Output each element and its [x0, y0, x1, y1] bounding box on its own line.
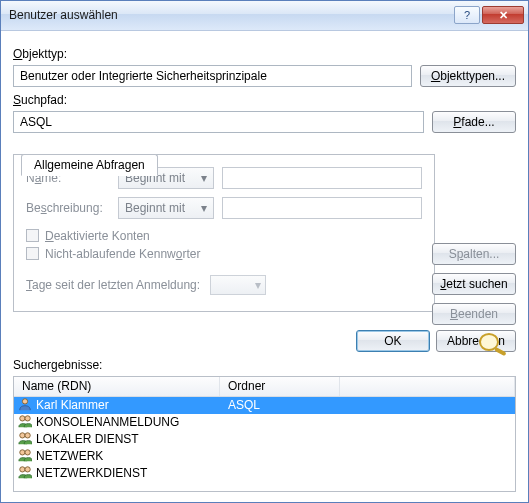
group-icon [18, 414, 32, 431]
paths-button[interactable]: Pfade... [432, 111, 516, 133]
row-folder: ASQL [220, 398, 340, 412]
svg-point-6 [25, 432, 30, 437]
help-button[interactable]: ? [454, 6, 480, 24]
svg-point-2 [22, 398, 27, 403]
col-spacer [340, 377, 515, 396]
search-now-button[interactable]: Jetzt suchen [432, 273, 516, 295]
row-name: NETZWERKDIENST [36, 466, 147, 480]
nonexpiring-checkbox[interactable] [26, 247, 39, 260]
svg-point-3 [20, 415, 25, 420]
svg-rect-1 [494, 347, 506, 356]
objecttypes-button[interactable]: Objekttypen... [420, 65, 516, 87]
days-since-combo[interactable]: ▾ [210, 275, 266, 295]
nonexpiring-checkbox-row[interactable]: Nicht-ablaufende Kennworter [26, 247, 422, 261]
results-label: Suchergebnisse: [1, 358, 528, 376]
name-input[interactable] [222, 167, 422, 189]
results-table: Name (RDN) Ordner Karl KlammerASQLKONSOL… [13, 376, 516, 492]
results-body[interactable]: Karl KlammerASQLKONSOLENANMELDUNGLOKALER… [14, 397, 515, 491]
table-row[interactable]: KONSOLENANMELDUNG [14, 414, 515, 431]
description-mode-combo[interactable]: Beginnt mit▾ [118, 197, 214, 219]
group-icon [18, 431, 32, 448]
user-icon [18, 397, 32, 414]
group-icon [18, 465, 32, 482]
svg-point-9 [20, 466, 25, 471]
svg-point-0 [480, 334, 498, 350]
row-name: LOKALER DIENST [36, 432, 139, 446]
svg-point-4 [25, 415, 30, 420]
objecttype-label: Objekttyp: [13, 47, 516, 61]
ok-button[interactable]: OK [356, 330, 430, 352]
columns-button[interactable]: Spalten... [432, 243, 516, 265]
searchpath-field: ASQL [13, 111, 424, 133]
objecttype-field: Benutzer oder Integrierte Sicherheitspri… [13, 65, 412, 87]
deactivated-checkbox[interactable] [26, 229, 39, 242]
row-name: NETZWERK [36, 449, 103, 463]
svg-point-10 [25, 466, 30, 471]
searchpath-label: Suchpfad: [13, 93, 516, 107]
results-header: Name (RDN) Ordner [14, 377, 515, 397]
group-icon [18, 448, 32, 465]
search-decorative-icon [476, 331, 510, 357]
title-bar: Benutzer auswählen ? ✕ [1, 1, 528, 31]
nonexpiring-label: Nicht-ablaufende Kennworter [45, 247, 200, 261]
row-name: Karl Klammer [36, 398, 109, 412]
description-input[interactable] [222, 197, 422, 219]
tab-general-queries[interactable]: Allgemeine Abfragen [21, 154, 158, 176]
close-button[interactable]: ✕ [482, 6, 524, 24]
table-row[interactable]: Karl KlammerASQL [14, 397, 515, 414]
description-label: Beschreibung: [26, 201, 110, 215]
table-row[interactable]: LOKALER DIENST [14, 431, 515, 448]
window-title: Benutzer auswählen [9, 8, 452, 22]
svg-point-8 [25, 449, 30, 454]
quit-button[interactable]: Beenden [432, 303, 516, 325]
deactivated-checkbox-row[interactable]: Deaktivierte Konten [26, 229, 422, 243]
svg-point-5 [20, 432, 25, 437]
col-folder-header[interactable]: Ordner [220, 377, 340, 396]
table-row[interactable]: NETZWERKDIENST [14, 465, 515, 482]
query-panel: Name: Beginnt mit▾ Beschreibung: Beginnt… [13, 154, 435, 312]
svg-point-7 [20, 449, 25, 454]
col-name-header[interactable]: Name (RDN) [14, 377, 220, 396]
deactivated-label: Deaktivierte Konten [45, 229, 150, 243]
table-row[interactable]: NETZWERK [14, 448, 515, 465]
days-since-label: Tage seit der letzten Anmeldung: [26, 278, 200, 292]
row-name: KONSOLENANMELDUNG [36, 415, 179, 429]
